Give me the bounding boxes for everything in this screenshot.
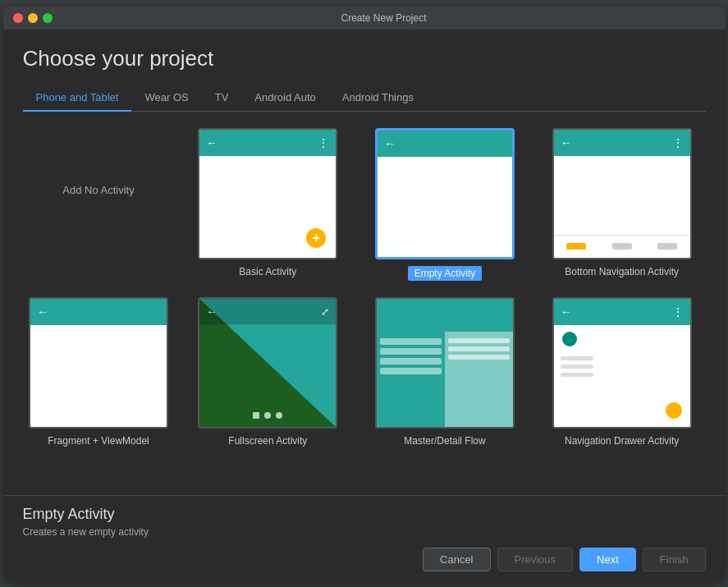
tab-tv[interactable]: TV <box>202 85 242 112</box>
back-arrow-icon: ← <box>206 136 217 149</box>
next-button[interactable]: Next <box>579 548 636 571</box>
fragment-preview: ← <box>29 297 168 429</box>
basic-activity-preview: ← ⋮ + <box>198 128 337 259</box>
window-title: Create New Project <box>53 12 716 24</box>
fragment-viewmodel-card[interactable]: ← Fragment + ViewModel <box>23 294 175 450</box>
nav-drawer-preview: ← ⋮ <box>552 297 692 429</box>
basic-activity-card[interactable]: ← ⋮ + Basic Activity <box>185 125 352 281</box>
back-arrow-icon: ← <box>384 137 396 150</box>
master-detail-card[interactable]: Master/Detail Flow <box>361 294 529 450</box>
tab-phone-tablet[interactable]: Phone and Tablet <box>23 85 132 112</box>
title-bar: Create New Project <box>3 7 726 30</box>
expand-icon: ⤢ <box>321 306 329 318</box>
tab-android-things[interactable]: Android Things <box>329 85 427 112</box>
selected-activity-title: Empty Activity <box>23 506 706 523</box>
empty-activity-card[interactable]: ← Empty Activity <box>361 125 529 284</box>
bottom-section: Empty Activity Creates a new empty activ… <box>3 495 726 538</box>
finish-button[interactable]: Finish <box>643 548 706 571</box>
selected-activity-description: Creates a new empty activity <box>23 526 706 538</box>
basic-activity-label: Basic Activity <box>239 266 296 277</box>
page-indicators <box>253 412 282 419</box>
main-content: Choose your project Phone and Tablet Wea… <box>3 30 726 495</box>
menu-icon: ⋮ <box>672 136 684 149</box>
previous-button[interactable]: Previous <box>497 548 574 571</box>
fab-icon: + <box>306 228 326 248</box>
tab-wear-os[interactable]: Wear OS <box>131 85 201 112</box>
close-button[interactable] <box>13 13 23 23</box>
project-grid-area: Add No Activity ← ⋮ + <box>23 112 706 495</box>
empty-activity-preview: ← <box>375 128 515 259</box>
add-no-activity-card[interactable]: Add No Activity <box>23 125 175 256</box>
fragment-label: Fragment + ViewModel <box>48 435 149 447</box>
back-icon: ← <box>37 305 48 319</box>
master-detail-label: Master/Detail Flow <box>404 435 485 447</box>
window: Create New Project Choose your project P… <box>3 7 726 581</box>
bottom-nav-activity-card[interactable]: ← ⋮ Bottom Nav <box>538 125 706 281</box>
empty-activity-label: Empty Activity <box>408 266 483 281</box>
bottom-nav-preview: ← ⋮ <box>552 128 692 259</box>
button-row: Cancel Previous Next Finish <box>3 538 726 581</box>
menu-icon: ⋮ <box>318 136 329 149</box>
traffic-lights <box>13 13 53 23</box>
menu-icon: ⋮ <box>672 305 684 319</box>
master-detail-preview <box>375 297 515 429</box>
back-icon: ← <box>206 305 217 318</box>
page-title: Choose your project <box>23 46 706 71</box>
tabs-container: Phone and Tablet Wear OS TV Android Auto… <box>23 85 706 112</box>
maximize-button[interactable] <box>43 13 53 23</box>
back-icon: ← <box>561 305 572 319</box>
back-arrow-icon: ← <box>561 136 572 149</box>
nav-drawer-label: Navigation Drawer Activity <box>565 435 679 447</box>
tab-android-auto[interactable]: Android Auto <box>241 85 328 112</box>
fullscreen-label: Fullscreen Activity <box>228 435 307 447</box>
nav-drawer-card[interactable]: ← ⋮ Navigation Drawer Ac <box>538 294 706 450</box>
project-grid: Add No Activity ← ⋮ + <box>23 125 706 450</box>
bottom-nav-label: Bottom Navigation Activity <box>565 266 679 277</box>
fullscreen-preview: ← ⤢ <box>198 297 337 429</box>
bottom-nav-bar <box>554 235 690 258</box>
cancel-button[interactable]: Cancel <box>423 548 490 571</box>
minimize-button[interactable] <box>28 13 38 23</box>
fullscreen-activity-card[interactable]: ← ⤢ Fullscreen Activity <box>185 294 352 450</box>
